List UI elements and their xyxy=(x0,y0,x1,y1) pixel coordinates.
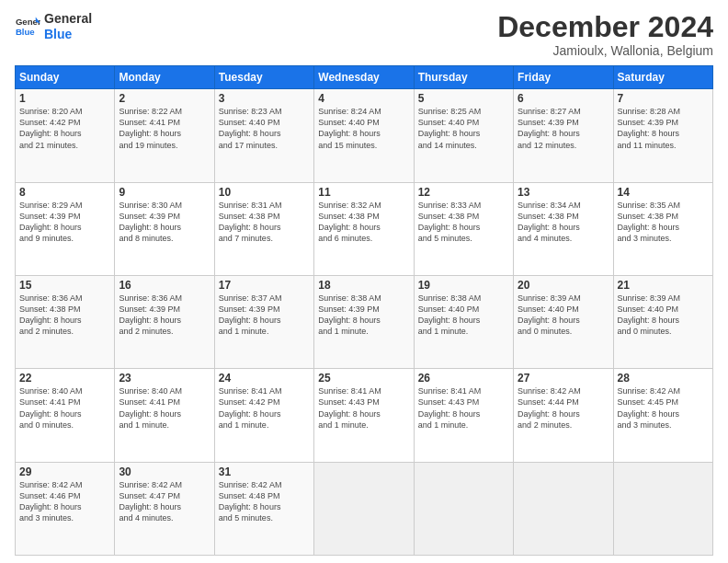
calendar-cell xyxy=(414,462,513,555)
cell-info: Sunrise: 8:36 AM Sunset: 4:39 PM Dayligh… xyxy=(119,293,210,338)
cell-info: Sunrise: 8:41 AM Sunset: 4:43 PM Dayligh… xyxy=(418,385,509,431)
header: General Blue General Blue December 2024 … xyxy=(15,11,713,58)
day-number: 16 xyxy=(119,279,210,292)
calendar-cell: 19Sunrise: 8:38 AM Sunset: 4:40 PM Dayli… xyxy=(414,275,513,368)
day-number: 5 xyxy=(418,92,509,105)
day-number: 8 xyxy=(19,186,110,199)
calendar-week-3: 15Sunrise: 8:36 AM Sunset: 4:38 PM Dayli… xyxy=(16,275,713,368)
day-number: 1 xyxy=(19,92,110,105)
calendar-cell: 31Sunrise: 8:42 AM Sunset: 4:48 PM Dayli… xyxy=(214,462,313,555)
svg-text:Blue: Blue xyxy=(16,27,35,37)
calendar-cell: 8Sunrise: 8:29 AM Sunset: 4:39 PM Daylig… xyxy=(16,182,115,275)
cell-info: Sunrise: 8:38 AM Sunset: 4:39 PM Dayligh… xyxy=(318,293,409,338)
day-number: 9 xyxy=(119,186,210,199)
calendar-cell: 15Sunrise: 8:36 AM Sunset: 4:38 PM Dayli… xyxy=(16,275,115,368)
cell-info: Sunrise: 8:32 AM Sunset: 4:38 PM Dayligh… xyxy=(318,200,409,245)
calendar-cell: 30Sunrise: 8:42 AM Sunset: 4:47 PM Dayli… xyxy=(115,462,214,555)
page: General Blue General Blue December 2024 … xyxy=(0,0,728,563)
cell-info: Sunrise: 8:36 AM Sunset: 4:38 PM Dayligh… xyxy=(19,293,110,338)
calendar-cell: 5Sunrise: 8:25 AM Sunset: 4:40 PM Daylig… xyxy=(414,89,513,182)
cell-info: Sunrise: 8:22 AM Sunset: 4:41 PM Dayligh… xyxy=(119,106,210,151)
cell-info: Sunrise: 8:27 AM Sunset: 4:39 PM Dayligh… xyxy=(518,106,609,151)
cell-info: Sunrise: 8:42 AM Sunset: 4:44 PM Dayligh… xyxy=(518,385,609,431)
weekday-header-wednesday: Wednesday xyxy=(314,66,414,89)
calendar-cell: 2Sunrise: 8:22 AM Sunset: 4:41 PM Daylig… xyxy=(115,89,214,182)
calendar-cell: 10Sunrise: 8:31 AM Sunset: 4:38 PM Dayli… xyxy=(214,182,313,275)
cell-info: Sunrise: 8:24 AM Sunset: 4:40 PM Dayligh… xyxy=(318,106,409,151)
cell-info: Sunrise: 8:40 AM Sunset: 4:41 PM Dayligh… xyxy=(119,385,210,431)
weekday-header-friday: Friday xyxy=(514,66,613,89)
calendar-week-5: 29Sunrise: 8:42 AM Sunset: 4:46 PM Dayli… xyxy=(16,462,713,555)
calendar-cell: 16Sunrise: 8:36 AM Sunset: 4:39 PM Dayli… xyxy=(115,275,214,368)
calendar-cell: 14Sunrise: 8:35 AM Sunset: 4:38 PM Dayli… xyxy=(613,182,712,275)
day-number: 30 xyxy=(119,465,210,478)
calendar-cell: 1Sunrise: 8:20 AM Sunset: 4:42 PM Daylig… xyxy=(16,89,115,182)
day-number: 21 xyxy=(618,279,709,292)
month-title: December 2024 xyxy=(497,11,713,43)
cell-info: Sunrise: 8:37 AM Sunset: 4:39 PM Dayligh… xyxy=(219,293,310,338)
day-number: 2 xyxy=(119,92,210,105)
cell-info: Sunrise: 8:42 AM Sunset: 4:46 PM Dayligh… xyxy=(19,479,110,524)
calendar-cell: 7Sunrise: 8:28 AM Sunset: 4:39 PM Daylig… xyxy=(613,89,712,182)
day-number: 24 xyxy=(219,372,310,385)
cell-info: Sunrise: 8:29 AM Sunset: 4:39 PM Dayligh… xyxy=(19,200,110,245)
calendar-cell: 6Sunrise: 8:27 AM Sunset: 4:39 PM Daylig… xyxy=(514,89,613,182)
calendar-cell: 9Sunrise: 8:30 AM Sunset: 4:39 PM Daylig… xyxy=(115,182,214,275)
cell-info: Sunrise: 8:20 AM Sunset: 4:42 PM Dayligh… xyxy=(19,106,110,151)
day-number: 31 xyxy=(219,465,310,478)
weekday-header-saturday: Saturday xyxy=(613,66,712,89)
day-number: 15 xyxy=(19,279,110,292)
day-number: 18 xyxy=(318,279,409,292)
day-number: 20 xyxy=(518,279,609,292)
cell-info: Sunrise: 8:25 AM Sunset: 4:40 PM Dayligh… xyxy=(418,106,509,151)
calendar-cell: 17Sunrise: 8:37 AM Sunset: 4:39 PM Dayli… xyxy=(214,275,313,368)
calendar-cell: 26Sunrise: 8:41 AM Sunset: 4:43 PM Dayli… xyxy=(414,369,513,462)
logo: General Blue General Blue xyxy=(15,11,92,42)
title-block: December 2024 Jamioulx, Wallonia, Belgiu… xyxy=(497,11,713,58)
calendar-week-4: 22Sunrise: 8:40 AM Sunset: 4:41 PM Dayli… xyxy=(16,369,713,462)
cell-info: Sunrise: 8:34 AM Sunset: 4:38 PM Dayligh… xyxy=(518,200,609,245)
calendar: SundayMondayTuesdayWednesdayThursdayFrid… xyxy=(15,65,713,556)
weekday-header-thursday: Thursday xyxy=(414,66,513,89)
day-number: 29 xyxy=(19,465,110,478)
calendar-cell: 24Sunrise: 8:41 AM Sunset: 4:42 PM Dayli… xyxy=(214,369,313,462)
cell-info: Sunrise: 8:28 AM Sunset: 4:39 PM Dayligh… xyxy=(618,106,709,151)
calendar-cell: 28Sunrise: 8:42 AM Sunset: 4:45 PM Dayli… xyxy=(613,369,712,462)
day-number: 14 xyxy=(618,186,709,199)
calendar-cell: 23Sunrise: 8:40 AM Sunset: 4:41 PM Dayli… xyxy=(115,369,214,462)
calendar-cell: 20Sunrise: 8:39 AM Sunset: 4:40 PM Dayli… xyxy=(514,275,613,368)
day-number: 7 xyxy=(618,92,709,105)
calendar-week-2: 8Sunrise: 8:29 AM Sunset: 4:39 PM Daylig… xyxy=(16,182,713,275)
weekday-header-tuesday: Tuesday xyxy=(214,66,313,89)
day-number: 26 xyxy=(418,372,509,385)
calendar-cell xyxy=(613,462,712,555)
cell-info: Sunrise: 8:42 AM Sunset: 4:47 PM Dayligh… xyxy=(119,479,210,524)
cell-info: Sunrise: 8:39 AM Sunset: 4:40 PM Dayligh… xyxy=(618,293,709,338)
day-number: 4 xyxy=(318,92,409,105)
cell-info: Sunrise: 8:23 AM Sunset: 4:40 PM Dayligh… xyxy=(219,106,310,151)
day-number: 10 xyxy=(219,186,310,199)
calendar-cell xyxy=(314,462,414,555)
weekday-header-row: SundayMondayTuesdayWednesdayThursdayFrid… xyxy=(16,66,713,89)
calendar-cell: 4Sunrise: 8:24 AM Sunset: 4:40 PM Daylig… xyxy=(314,89,414,182)
cell-info: Sunrise: 8:31 AM Sunset: 4:38 PM Dayligh… xyxy=(219,200,310,245)
cell-info: Sunrise: 8:42 AM Sunset: 4:48 PM Dayligh… xyxy=(219,479,310,524)
weekday-header-sunday: Sunday xyxy=(16,66,115,89)
logo-icon: General Blue xyxy=(15,14,40,40)
calendar-cell: 3Sunrise: 8:23 AM Sunset: 4:40 PM Daylig… xyxy=(214,89,313,182)
cell-info: Sunrise: 8:38 AM Sunset: 4:40 PM Dayligh… xyxy=(418,293,509,338)
cell-info: Sunrise: 8:35 AM Sunset: 4:38 PM Dayligh… xyxy=(618,200,709,245)
cell-info: Sunrise: 8:30 AM Sunset: 4:39 PM Dayligh… xyxy=(119,200,210,245)
calendar-cell: 27Sunrise: 8:42 AM Sunset: 4:44 PM Dayli… xyxy=(514,369,613,462)
calendar-cell: 12Sunrise: 8:33 AM Sunset: 4:38 PM Dayli… xyxy=(414,182,513,275)
calendar-cell: 11Sunrise: 8:32 AM Sunset: 4:38 PM Dayli… xyxy=(314,182,414,275)
cell-info: Sunrise: 8:41 AM Sunset: 4:42 PM Dayligh… xyxy=(219,385,310,431)
day-number: 17 xyxy=(219,279,310,292)
calendar-cell xyxy=(514,462,613,555)
cell-info: Sunrise: 8:40 AM Sunset: 4:41 PM Dayligh… xyxy=(19,385,110,431)
day-number: 3 xyxy=(219,92,310,105)
day-number: 27 xyxy=(518,372,609,385)
logo-blue: Blue xyxy=(44,27,92,42)
calendar-cell: 18Sunrise: 8:38 AM Sunset: 4:39 PM Dayli… xyxy=(314,275,414,368)
calendar-cell: 13Sunrise: 8:34 AM Sunset: 4:38 PM Dayli… xyxy=(514,182,613,275)
